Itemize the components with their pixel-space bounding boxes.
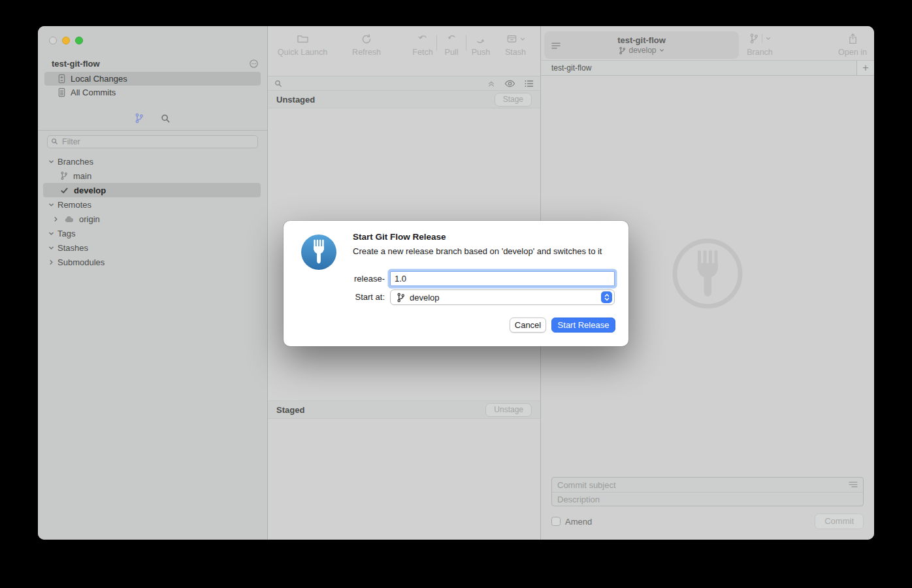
start-at-select[interactable]: develop <box>390 289 615 305</box>
view-options-eye-icon[interactable] <box>504 80 515 88</box>
chevron-down-icon[interactable] <box>48 159 55 165</box>
sidebar-item-local-changes[interactable]: Local Changes <box>44 72 261 86</box>
repo-list-icon[interactable] <box>551 42 561 49</box>
sidebar-repo-title: test-git-flow <box>52 59 249 69</box>
fork-app-icon <box>300 233 338 271</box>
tab-test-git-flow[interactable]: test-git-flow <box>541 61 856 75</box>
commit-button[interactable]: Commit <box>815 514 864 529</box>
expand-message-icon[interactable] <box>849 482 858 488</box>
branch-icon <box>749 33 758 44</box>
tree-section-remotes[interactable]: Remotes <box>38 197 267 212</box>
right-toolbar: test-git-flow develop <box>541 26 874 60</box>
tree-section-submodules[interactable]: Submodules <box>38 255 267 269</box>
sidebar: test-git-flow Local Changes All Commits <box>38 26 268 540</box>
chevron-down-icon[interactable] <box>48 245 55 251</box>
commit-subject-input[interactable] <box>557 480 849 490</box>
folder-icon <box>297 33 309 45</box>
branches-view-icon[interactable] <box>135 113 144 123</box>
release-name-input[interactable] <box>390 271 615 286</box>
toolbar-separator <box>436 35 437 51</box>
commit-area: Amend Commit <box>541 474 874 540</box>
fork-watermark-logo <box>670 237 745 311</box>
chevron-down-icon <box>659 48 664 53</box>
sidebar-mode-switcher <box>38 111 267 125</box>
staged-file-list[interactable] <box>268 419 540 540</box>
share-icon <box>848 33 858 44</box>
chevron-down-icon[interactable] <box>766 36 771 41</box>
chevron-down-icon[interactable] <box>520 37 525 42</box>
sidebar-divider <box>38 130 267 131</box>
sidebar-item-all-commits[interactable]: All Commits <box>44 86 261 99</box>
tree-section-stashes[interactable]: Stashes <box>38 240 267 255</box>
list-view-icon[interactable] <box>525 80 534 88</box>
refresh-icon <box>361 33 372 45</box>
release-name-label: release- <box>284 274 385 284</box>
dialog-title: Start Git Flow Release <box>353 232 446 242</box>
amend-option[interactable]: Amend <box>551 517 592 527</box>
branch-tree: Branches main develop Remotes <box>38 154 267 269</box>
main-toolbar: Quick Launch Refresh Fetch Pull <box>268 26 540 76</box>
tree-item-main[interactable]: main <box>38 169 267 183</box>
add-tab-button[interactable]: + <box>856 61 874 75</box>
staged-header: Staged Unstage <box>268 401 540 419</box>
tree-section-tags[interactable]: Tags <box>38 226 267 240</box>
close-window-button[interactable] <box>49 37 57 44</box>
local-changes-icon <box>57 74 66 84</box>
quick-launch-button[interactable]: Quick Launch <box>277 33 328 57</box>
current-branch-check-icon <box>60 186 69 195</box>
current-branch-indicator[interactable]: develop <box>619 46 664 55</box>
fetch-icon <box>417 33 429 45</box>
unstaged-header: Unstaged Stage <box>268 91 540 108</box>
refresh-button[interactable]: Refresh <box>342 33 391 57</box>
commit-description-input[interactable] <box>557 495 858 504</box>
cancel-button[interactable]: Cancel <box>510 318 546 333</box>
repo-selector[interactable]: test-git-flow develop <box>544 31 739 59</box>
filter-field <box>47 135 258 148</box>
collapse-all-icon[interactable] <box>487 80 495 88</box>
unstage-button[interactable]: Unstage <box>485 403 532 417</box>
stash-button[interactable]: Stash <box>498 33 533 57</box>
branch-icon <box>619 46 626 55</box>
stage-button[interactable]: Stage <box>495 93 532 106</box>
chevron-down-icon[interactable] <box>48 202 55 208</box>
branch-icon <box>60 171 68 180</box>
push-button[interactable]: Stash Push <box>468 33 493 57</box>
tree-item-develop[interactable]: develop <box>38 183 267 197</box>
repo-options-icon[interactable] <box>249 59 259 69</box>
sidebar-item-label: Local Changes <box>71 74 127 84</box>
amend-checkbox[interactable] <box>551 517 561 526</box>
commit-message-box <box>551 477 864 506</box>
push-icon <box>475 33 487 45</box>
branch-button[interactable]: Branch <box>742 33 777 57</box>
select-stepper-icon[interactable] <box>601 291 612 303</box>
window-controls <box>38 26 267 51</box>
chevron-right-icon[interactable] <box>48 259 55 265</box>
tree-item-origin[interactable]: origin <box>38 212 267 226</box>
pull-button[interactable]: Pull <box>439 33 464 57</box>
pull-icon <box>446 33 457 45</box>
changes-search-input[interactable] <box>295 79 478 88</box>
chevron-down-icon[interactable] <box>48 231 55 237</box>
minimize-window-button[interactable] <box>62 37 70 44</box>
chevron-right-icon[interactable] <box>53 216 59 222</box>
start-git-flow-release-dialog: Start Git Flow Release Create a new rele… <box>284 221 628 346</box>
all-commits-icon <box>57 88 66 97</box>
tab-bar: test-git-flow + <box>541 60 874 76</box>
dialog-subtitle: Create a new release branch based on 'de… <box>353 246 602 256</box>
search-view-icon[interactable] <box>161 114 171 123</box>
sidebar-item-label: All Commits <box>71 88 116 97</box>
start-release-button[interactable]: Start Release <box>551 318 615 333</box>
open-in-button[interactable]: Open in <box>833 33 872 57</box>
remote-icon <box>64 216 74 223</box>
branch-icon <box>397 293 405 302</box>
start-at-label: Start at: <box>284 292 385 302</box>
zoom-window-button[interactable] <box>75 37 83 44</box>
fetch-button[interactable]: Fetch <box>409 33 436 57</box>
stash-icon <box>506 33 517 44</box>
tree-section-branches[interactable]: Branches <box>38 154 267 169</box>
plus-icon: + <box>862 62 868 74</box>
filter-input[interactable] <box>47 135 258 148</box>
changes-search-bar <box>268 76 540 91</box>
toolbar-separator <box>466 35 466 51</box>
start-at-value: develop <box>410 293 440 302</box>
